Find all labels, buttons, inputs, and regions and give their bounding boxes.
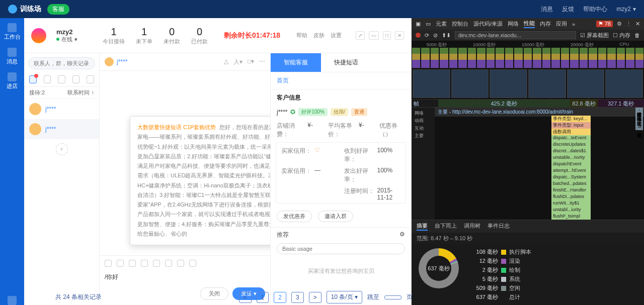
conv-sort[interactable]: 联系时间 ↑ (67, 89, 94, 96)
send-coupon-button[interactable]: 发优惠券 (277, 211, 312, 222)
minitab-group-icon[interactable] (72, 75, 80, 83)
editor-more-icon[interactable] (189, 260, 196, 267)
chat-tool-notify-icon[interactable]: △ (224, 58, 228, 66)
flame-bar[interactable]: unstabl...iority (551, 207, 591, 214)
flame-bar[interactable]: 函数调用 (551, 129, 591, 135)
info-home-crumb[interactable]: 首页 (271, 72, 411, 89)
head-help[interactable]: 帮助 (296, 32, 307, 39)
editor-image-icon[interactable] (117, 260, 124, 267)
minitab-org-icon[interactable] (87, 75, 94, 83)
top-user[interactable]: mzy2 ▾ (616, 6, 636, 13)
flame-bar[interactable]: attempt...hEvent (551, 168, 591, 174)
flame-bar[interactable]: flushDi...pdates (551, 194, 591, 200)
tab-quick-reply[interactable]: 快捷短语 (321, 53, 371, 72)
dt-network-row[interactable]: 帧 425.2 毫秒 82.8 毫秒 327.1 毫秒 (412, 99, 644, 108)
dt-sumtab-summary[interactable]: 摘要 (417, 222, 428, 231)
flame-bar[interactable]: flushP_tsImpl (551, 214, 591, 220)
dt-sumtab-calltree[interactable]: 调用树 (464, 222, 480, 231)
head-settings[interactable]: 设置 (331, 32, 342, 39)
minitab-recent-icon[interactable] (44, 75, 51, 83)
dt-clear-icon[interactable]: ⊘ (433, 32, 438, 39)
flame-bar[interactable]: dispatc...System (551, 174, 591, 181)
add-conversation-button[interactable]: + (56, 143, 68, 155)
pager-page-1[interactable]: 1 (257, 292, 269, 303)
dt-timeline-overview[interactable]: 5000 毫秒 10000 毫秒 15000 毫秒 20000 毫秒 CPU (412, 41, 644, 68)
dt-tab-more-icon[interactable]: » (572, 21, 575, 27)
win-min-icon[interactable]: — (369, 31, 379, 40)
dt-record-icon[interactable] (416, 33, 421, 38)
dt-menu-icon[interactable]: ⋮ (626, 21, 631, 27)
dt-filmstrip[interactable]: 8600 毫秒 8700 毫秒 8800 毫秒 8900 毫秒 9000 毫秒 … (412, 68, 644, 99)
win-max-icon[interactable]: □ (383, 31, 391, 40)
chat-tool-user-icon[interactable]: 人▾ (233, 58, 243, 66)
kefu-badge[interactable]: 客服 (47, 4, 69, 15)
nav-workbench[interactable]: 工作台 (4, 23, 21, 41)
pager-jump-input[interactable] (384, 295, 401, 299)
flame-bar[interactable]: dispatchEvent (551, 161, 591, 168)
invite-group-button[interactable]: 邀请入群 (318, 211, 353, 222)
flame-bar[interactable]: 事件类型: keydown (551, 116, 591, 122)
pager-prev[interactable]: < (239, 292, 252, 303)
dt-tab-application[interactable]: 应用 (556, 20, 567, 28)
editor-star-icon[interactable] (177, 260, 184, 267)
dt-sumtab-bottomup[interactable]: 自下而上 (435, 222, 457, 231)
pager-page-2[interactable]: 2 (274, 292, 286, 303)
pager-page-3[interactable]: 3 (291, 292, 304, 303)
nav-shop[interactable]: 进店 (7, 72, 18, 90)
conversation-item[interactable]: j**** (24, 119, 99, 139)
head-skin[interactable]: 皮肤 (313, 32, 325, 39)
avatar[interactable] (31, 28, 46, 43)
win-pop-icon[interactable]: ⤢ (356, 31, 365, 40)
flame-bar[interactable]: discret...dates$1 (551, 148, 591, 155)
search-input[interactable] (28, 57, 95, 69)
dt-tab-memory[interactable]: 内存 (540, 20, 551, 28)
dt-load-icon[interactable]: ⬆⬇ (442, 32, 451, 39)
recommend-settings-icon[interactable]: ⚙ (399, 231, 405, 239)
nav-collapse[interactable] (8, 296, 17, 305)
dt-memory-checkbox[interactable]: ☐ 内存 (613, 32, 630, 39)
flame-bar[interactable]: batched...pdates (551, 181, 591, 187)
pager-next[interactable]: > (309, 292, 321, 303)
dt-tab-console[interactable]: 控制台 (452, 20, 468, 28)
tab-smart-service[interactable]: 智能客服 (271, 53, 321, 72)
editor-file-icon[interactable] (129, 260, 136, 267)
editor-emoji-icon[interactable] (105, 260, 112, 267)
flame-bar[interactable]: finishE...Handler (551, 187, 591, 194)
flame-bar[interactable]: runWit...ity$1 (551, 200, 591, 207)
dt-tab-sources[interactable]: 源代码/来源 (473, 20, 503, 28)
dt-settings-icon[interactable]: ⚙ (617, 21, 622, 27)
dt-tab-performance[interactable]: 性能 (524, 20, 535, 28)
nav-messages[interactable]: 消息 (7, 48, 18, 65)
flame-bar[interactable]: dispatc...teEvent (551, 135, 591, 142)
dt-tab-elements[interactable]: 元素 (436, 20, 447, 28)
chat-tool-more-icon[interactable]: ⋯ (259, 58, 265, 66)
win-close-icon[interactable]: ✕ (395, 31, 404, 40)
dt-track-tree[interactable]: 网络 动画 互动 主要 (412, 108, 435, 220)
top-xiaoxi[interactable]: 消息 (541, 5, 553, 14)
editor-at-icon[interactable] (153, 260, 160, 267)
minitab-chat-icon[interactable] (29, 75, 37, 83)
conversation-item[interactable]: j**** (24, 99, 99, 119)
dt-tab-network[interactable]: 网络 (508, 20, 519, 28)
top-help[interactable]: 帮助中心 (583, 5, 607, 14)
user-status[interactable]: 在线 ▾ (56, 36, 77, 43)
recommend-input[interactable] (277, 243, 405, 254)
dt-screenshot-checkbox[interactable]: ☑ 屏幕截图 (580, 32, 609, 39)
dt-sumtab-eventlog[interactable]: 事件日志 (488, 222, 510, 231)
dt-inspect-icon[interactable]: ▣ (416, 21, 421, 27)
flame-bar[interactable]: 事件类型: input (551, 122, 591, 129)
dt-error-count[interactable]: ⚑ 78 (596, 21, 613, 27)
editor-history-icon[interactable] (165, 260, 172, 267)
dt-flame-chart[interactable]: 主要 - http://dev.mc-dev-lane.xiaoduoai.co… (435, 108, 644, 220)
message-draft[interactable]: /你好 (105, 273, 265, 281)
editor-link-icon[interactable] (141, 260, 148, 267)
dt-device-icon[interactable]: ▭ (426, 21, 431, 27)
dt-url-select[interactable]: dev.mc-dev-lane.xiaodu... (455, 31, 576, 39)
pager-size[interactable]: 10 条/页 ▾ (327, 291, 362, 303)
top-fankui[interactable]: 反馈 (562, 5, 574, 14)
flame-bar[interactable]: discreteUpdates (551, 142, 591, 148)
minitab-contact-icon[interactable] (58, 75, 65, 83)
dt-close-icon[interactable]: ✕ (635, 21, 640, 27)
flame-bar[interactable]: unstable...riority (551, 155, 591, 161)
dt-trash-icon[interactable]: 🗑 (634, 32, 640, 38)
